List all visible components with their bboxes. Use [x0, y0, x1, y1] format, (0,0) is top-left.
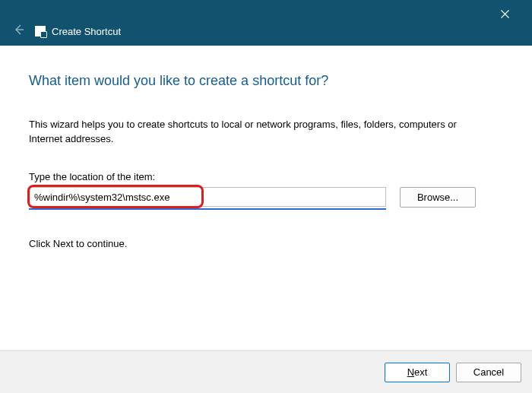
focus-underline	[29, 208, 386, 210]
wizard-content: What item would you like to create a sho…	[0, 46, 532, 257]
page-description: This wizard helps you to create shortcut…	[29, 118, 470, 147]
next-suffix: ext	[414, 366, 427, 378]
location-input-wrap	[29, 187, 386, 207]
window-title: Create Shortcut	[52, 26, 121, 37]
back-arrow-icon	[13, 24, 25, 36]
wizard-footer: Next Cancel	[0, 350, 532, 393]
next-mnemonic: N	[407, 366, 414, 378]
next-button[interactable]: Next	[385, 363, 450, 382]
location-label: Type the location of the item:	[29, 171, 503, 182]
shortcut-wizard-icon	[35, 26, 46, 36]
location-row: Browse...	[29, 187, 503, 208]
continue-hint: Click Next to continue.	[29, 238, 503, 249]
cancel-button[interactable]: Cancel	[456, 363, 521, 382]
titlebar: Create Shortcut	[0, 0, 532, 46]
close-icon	[501, 10, 509, 18]
browse-button[interactable]: Browse...	[400, 187, 476, 208]
close-button[interactable]	[488, 3, 521, 24]
page-heading: What item would you like to create a sho…	[29, 73, 503, 89]
location-input[interactable]	[29, 187, 386, 207]
back-button	[9, 20, 29, 40]
